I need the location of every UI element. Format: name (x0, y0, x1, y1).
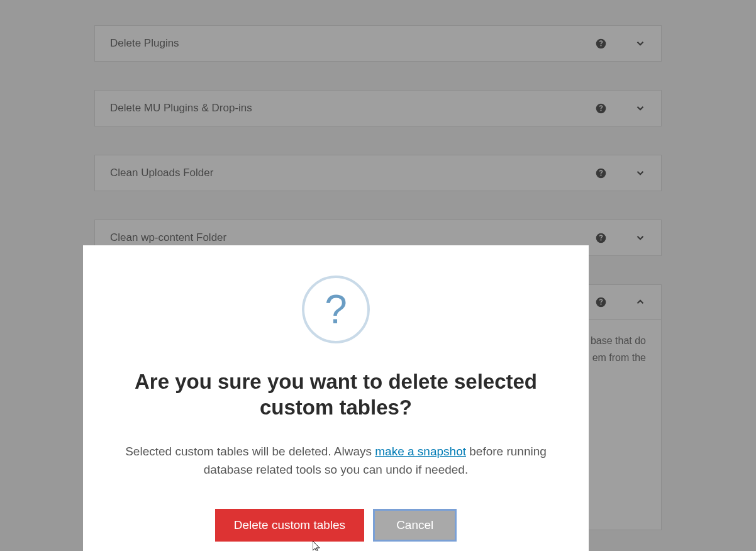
modal-buttons: Delete custom tables Cancel (118, 509, 554, 542)
question-glyph: ? (325, 286, 347, 333)
question-icon: ? (302, 276, 370, 343)
confirm-dialog: ? Are you sure you want to delete select… (83, 245, 589, 551)
modal-description: Selected custom tables will be deleted. … (118, 442, 554, 479)
modal-icon-wrap: ? (118, 276, 554, 343)
modal-title: Are you sure you want to delete selected… (118, 369, 554, 421)
delete-custom-tables-button[interactable]: Delete custom tables (215, 509, 364, 542)
snapshot-link[interactable]: make a snapshot (375, 445, 466, 458)
modal-desc-before: Selected custom tables will be deleted. … (125, 445, 375, 458)
cancel-button[interactable]: Cancel (373, 509, 457, 542)
